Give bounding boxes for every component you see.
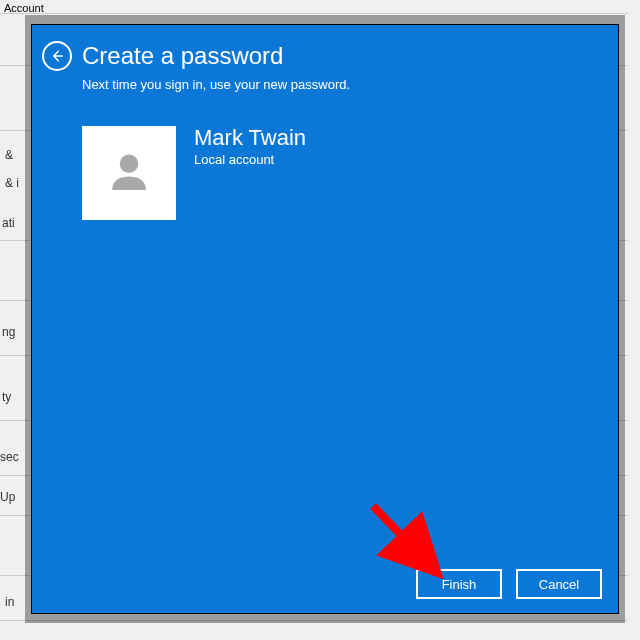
bg-text-fragment: Up xyxy=(0,490,15,504)
back-button[interactable] xyxy=(42,41,72,71)
bg-text-fragment: ng xyxy=(2,325,15,339)
bg-text-fragment: ty xyxy=(2,390,11,404)
bg-text-fragment: sec xyxy=(0,450,19,464)
finish-button[interactable]: Finish xyxy=(416,569,502,599)
user-name: Mark Twain xyxy=(194,126,306,150)
modal-title: Create a password xyxy=(82,42,283,70)
cancel-button[interactable]: Cancel xyxy=(516,569,602,599)
bg-text-fragment: ati xyxy=(2,216,15,230)
user-info-block: Mark Twain Local account xyxy=(82,126,608,220)
account-type: Local account xyxy=(194,152,306,167)
bg-text-fragment: & xyxy=(5,148,13,162)
bg-text-fragment: & i xyxy=(5,176,19,190)
avatar xyxy=(82,126,176,220)
arrow-left-icon xyxy=(49,48,65,64)
user-icon xyxy=(102,146,156,200)
svg-point-0 xyxy=(120,154,139,173)
create-password-modal: Create a password Next time you sign in,… xyxy=(31,24,619,614)
modal-subtitle: Next time you sign in, use your new pass… xyxy=(32,73,618,92)
bg-text-fragment: in xyxy=(5,595,14,609)
